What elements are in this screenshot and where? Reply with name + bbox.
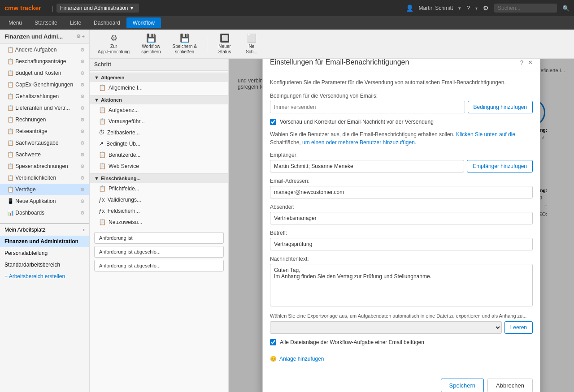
toolbar-neuer-status[interactable]: 🔲 NeuerStatus: [213, 31, 236, 56]
sidebar-item-gehalt[interactable]: 📋 Gehaltszahlungen ⚙: [0, 90, 89, 102]
sidebar-title: Finanzen und Admi...: [4, 33, 63, 40]
gear-icon: ⚙: [80, 59, 85, 65]
tab-startseite[interactable]: Startseite: [28, 17, 64, 28]
toolbar-workflow-speichern[interactable]: 💾 Workflowspeichern: [138, 31, 164, 56]
webservice-icon: 📋: [99, 163, 106, 169]
export-row: Wählen Sie eine Exportvorlage aus, um Au…: [270, 313, 533, 334]
tab-liste[interactable]: Liste: [64, 17, 87, 28]
step-item-pflichtfelder[interactable]: 📋 Pflichtfelde...: [90, 183, 228, 194]
sidebar-standard[interactable]: Standardarbeitsbereich: [0, 259, 89, 271]
neuzuweisu-icon: 📋: [99, 219, 106, 225]
user-icon: 👤: [406, 4, 413, 12]
step-item-web-service[interactable]: 📋 Web Service: [90, 160, 228, 172]
toolbar-app-einrichtung[interactable]: ⚙ ZurApp-Einrichtung: [94, 31, 133, 56]
add-workspace-button[interactable]: + Arbeitsbereich erstellen: [0, 271, 89, 282]
bedingte-icon: ↗: [99, 140, 104, 147]
condition-row-2[interactable]: Anforderung ist abgeschlo...: [94, 246, 224, 258]
settings-button[interactable]: ⚙: [483, 4, 489, 12]
sidebar-item-spesen[interactable]: 📋 Spesenabrechnungen ⚙: [0, 160, 89, 172]
attachments-checkbox[interactable]: [270, 339, 276, 345]
tab-dashboard[interactable]: Dashboard: [87, 17, 126, 28]
step-section-allgemein[interactable]: ▼ Allgemein: [90, 73, 228, 82]
recipients-input-row: Empfänger hinzufügen: [270, 160, 533, 172]
sidebar-item-dashboards[interactable]: 📊 Dashboards ⚙: [0, 207, 89, 219]
step-item-bedingte[interactable]: ↗ Bedingte Üb...: [90, 138, 228, 149]
step-item-allgemein[interactable]: 📋 Allgemeine I...: [90, 82, 228, 93]
search-icon[interactable]: 🔍: [562, 5, 570, 12]
sidebar-item-lieferanten[interactable]: 📋 Lieferanten und Vertr... ⚙: [0, 102, 89, 114]
step-item-benutzerde[interactable]: 📋 Benutzerde...: [90, 149, 228, 160]
message-label: Nachrichtentext:: [270, 256, 533, 262]
sidebar-item-andere-aufgaben[interactable]: 📋 Andere Aufgaben ⚙: [0, 44, 89, 56]
step-section-einschraenkungen[interactable]: ▼ Einschränkung...: [90, 173, 228, 183]
help-button[interactable]: ?: [466, 4, 470, 12]
toolbar-ne-sch[interactable]: ⬜ NeSch...: [240, 31, 263, 56]
step-item-vorausgefuehrt[interactable]: 📋 Vorausgeführ...: [90, 116, 228, 127]
save-button[interactable]: Speichern: [441, 379, 484, 392]
dialog-header-icons: ? ✕: [520, 59, 533, 66]
dialog-footer: Speichern Abbrechen: [263, 373, 540, 392]
step-item-zeitbasierte[interactable]: ⏱ Zeitbasierte...: [90, 127, 228, 138]
dialog-close-icon[interactable]: ✕: [528, 59, 533, 66]
recipients-input[interactable]: [270, 160, 464, 172]
email-addresses-input[interactable]: [270, 186, 533, 198]
email-settings-dialog: Einstellungen für Email-Benachrichtigung…: [262, 59, 540, 392]
add-attachment-link[interactable]: 😊 Anlage hinzufügen: [270, 356, 533, 362]
user-arrow[interactable]: ▾: [458, 5, 461, 11]
gear-icon: ⚙: [80, 198, 85, 204]
search-input[interactable]: [494, 4, 557, 13]
preview-checkbox-row: Vorschau und Korrektur der Email-Nachric…: [270, 119, 533, 125]
sidebar-mein-arbeitsplatz[interactable]: Mein Arbeitsplatz ›: [0, 224, 89, 236]
step-item-feldsicherh[interactable]: ƒx Feldsicherh...: [90, 205, 228, 216]
hint-link[interactable]: Klicken Sie unten auf die: [456, 131, 515, 138]
step-item-neuzuweisu[interactable]: 📋 Neuzuweisu...: [90, 216, 228, 228]
sidebar-item-vertraege[interactable]: 📋 Verträge ⚙: [0, 184, 89, 195]
toolbar-speichern-schliessen[interactable]: 💾 Speichern &schließen: [169, 31, 200, 56]
step-item-validierung[interactable]: ƒx Validierungs...: [90, 194, 228, 205]
condition-row-1[interactable]: Anforderung ist: [94, 232, 224, 244]
clear-button[interactable]: Leeren: [504, 321, 533, 334]
send-condition-input[interactable]: [270, 101, 465, 113]
condition-row-3[interactable]: Anforderung ist abgeschlo...: [94, 260, 224, 271]
sidebar-item-verbindlichkeiten[interactable]: 📋 Verbindlichkeiten ⚙: [0, 172, 89, 184]
dialog-help-icon[interactable]: ?: [520, 59, 523, 66]
email-addresses-label: Email-Adressen:: [270, 178, 533, 184]
sender-row: Absender:: [270, 204, 533, 224]
preview-checkbox[interactable]: [270, 119, 276, 125]
sidebar-personal[interactable]: Personalabteilung: [0, 247, 89, 259]
user-name[interactable]: Martin Schmitt: [419, 5, 453, 11]
subject-input[interactable]: [270, 238, 533, 250]
sidebar-item-reiseantraege[interactable]: 📋 Reiseanträge ⚙: [0, 125, 89, 137]
new-status-icon: 🔲: [220, 33, 230, 43]
step-section-aktionen[interactable]: ▼ Aktionen: [90, 95, 228, 104]
sidebar-item-budget[interactable]: 📋 Budget und Kosten ⚙: [0, 67, 89, 79]
gear-icon: ⚙: [80, 47, 85, 53]
workspace-arrow: ▾: [130, 5, 133, 11]
sidebar-item-sachwertausgabe[interactable]: 📋 Sachwertausgabe ⚙: [0, 137, 89, 149]
gear-icon: ⚙: [80, 82, 85, 88]
sidebar-item-sachwerte[interactable]: 📋 Sachwerte ⚙: [0, 149, 89, 160]
hint-link2[interactable]: um einen oder mehrere Benutzer hinzuzufü…: [302, 139, 416, 146]
sidebar-item-rechnungen[interactable]: 📋 Rechnungen ⚙: [0, 114, 89, 125]
benutzerde-icon: 📋: [99, 151, 106, 158]
topbar: cmw tracker | Finanzen und Administratio…: [0, 0, 574, 16]
gear-icon: ⚙: [80, 187, 85, 193]
tab-menu[interactable]: Menü: [2, 17, 28, 28]
vorausgef-icon: 📋: [99, 118, 106, 125]
workspace-selector[interactable]: Finanzen und Administration ▾: [57, 4, 139, 13]
export-select[interactable]: [270, 321, 502, 334]
sidebar-item-capex[interactable]: 📋 CapEx-Genehmigungen ⚙: [0, 79, 89, 90]
message-textarea[interactable]: [270, 264, 533, 306]
tab-workflow[interactable]: Workflow: [126, 17, 161, 28]
cancel-button[interactable]: Abbrechen: [487, 379, 533, 392]
sidebar-item-neue-applikation[interactable]: 📱 Neue Applikation ⚙: [0, 195, 89, 207]
sender-input[interactable]: [270, 212, 533, 224]
sidebar-item-beschaffungsantraege[interactable]: 📋 Beschaffungsanträge ⚙: [0, 56, 89, 67]
dialog-overlay: Einstellungen für Email-Benachrichtigung…: [229, 59, 574, 392]
save-close-icon: 💾: [180, 33, 190, 43]
add-condition-button[interactable]: Bedingung hinzufügen: [468, 101, 533, 113]
add-recipient-button[interactable]: Empfänger hinzufügen: [467, 160, 533, 172]
sidebar-finanzen[interactable]: Finanzen und Administration: [0, 236, 89, 247]
sidebar-header: Finanzen und Admi... ⚙ +: [0, 30, 89, 44]
step-item-aufgabenz[interactable]: 📋 Aufgabenz...: [90, 104, 228, 116]
